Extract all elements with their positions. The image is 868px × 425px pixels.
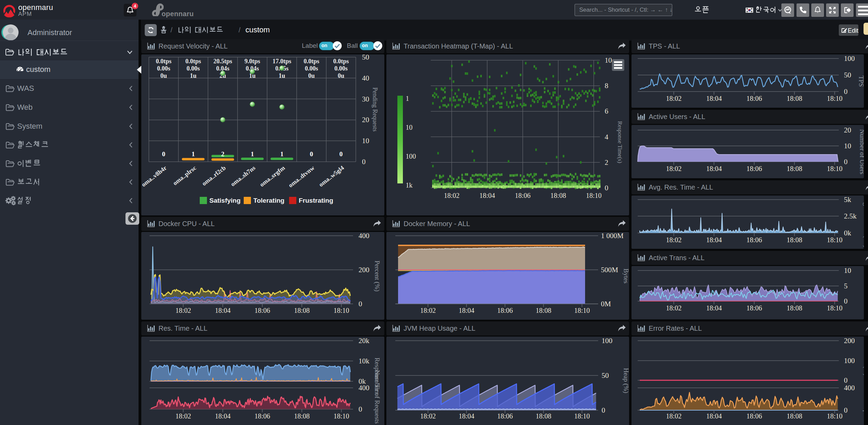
svg-text:0.00s: 0.00s: [187, 65, 200, 72]
svg-text:100: 100: [844, 357, 855, 365]
svg-text:oma..v8h4r: oma..v8h4r: [141, 164, 168, 188]
svg-text:1k: 1k: [406, 181, 413, 189]
svg-text:18:06: 18:06: [254, 412, 270, 420]
svg-text:100: 100: [602, 337, 613, 345]
svg-text:oma..rl2cb: oma..rl2cb: [201, 164, 227, 187]
svg-text:18:06: 18:06: [497, 307, 513, 314]
svg-text:oma..w5gl4: oma..w5gl4: [318, 164, 345, 188]
svg-text:18:06: 18:06: [746, 165, 762, 172]
svg-text:Error Rate(%): Error Rate(%): [862, 339, 864, 376]
svg-text:0: 0: [339, 150, 343, 158]
svg-text:200: 200: [359, 266, 370, 274]
svg-text:oma..plrsc: oma..plrsc: [172, 164, 197, 187]
svg-text:18:02: 18:02: [420, 412, 436, 420]
svg-text:0u: 0u: [338, 72, 344, 79]
svg-text:18:02: 18:02: [666, 165, 682, 172]
svg-text:18:06: 18:06: [746, 236, 762, 244]
svg-text:18:08: 18:08: [536, 307, 551, 314]
svg-text:0.0tps: 0.0tps: [333, 58, 349, 65]
svg-text:18:08: 18:08: [294, 307, 310, 314]
svg-text:18:10: 18:10: [827, 412, 843, 420]
svg-text:50: 50: [844, 71, 851, 79]
svg-text:r of Active Transactio: r of Active Transactio: [863, 266, 864, 319]
svg-text:0: 0: [310, 150, 313, 158]
svg-text:18:02: 18:02: [444, 192, 460, 199]
svg-text:10: 10: [605, 56, 612, 64]
svg-text:400: 400: [359, 384, 370, 392]
svg-text:2.5k: 2.5k: [844, 212, 857, 220]
svg-text:0.00s: 0.00s: [305, 65, 318, 72]
svg-text:0: 0: [844, 87, 848, 96]
svg-text:0: 0: [362, 158, 366, 166]
svg-text:0: 0: [359, 405, 362, 413]
svg-text:20: 20: [844, 126, 851, 134]
svg-text:1: 1: [406, 95, 409, 102]
svg-text:Bytes: Bytes: [623, 268, 629, 283]
svg-text:0: 0: [359, 300, 362, 308]
svg-text:18:04: 18:04: [706, 412, 722, 420]
svg-text:400: 400: [844, 384, 855, 392]
svg-text:oma..dtvnw: oma..dtvnw: [287, 164, 316, 189]
svg-text:Percent (%): Percent (%): [373, 261, 381, 291]
svg-text:50: 50: [602, 371, 609, 380]
svg-text:2: 2: [605, 158, 608, 167]
svg-text:18:04: 18:04: [706, 236, 722, 244]
svg-text:0: 0: [162, 150, 165, 158]
svg-text:18:04: 18:04: [706, 304, 722, 312]
svg-text:18:02: 18:02: [175, 307, 191, 314]
svg-text:TPS: TPS: [858, 76, 864, 87]
svg-text:0: 0: [605, 184, 608, 192]
svg-text:10k: 10k: [359, 357, 370, 365]
svg-text:1 000M: 1 000M: [601, 232, 624, 240]
svg-text:0: 0: [844, 376, 848, 384]
svg-text:0: 0: [602, 406, 605, 414]
svg-text:18:06: 18:06: [515, 192, 531, 199]
svg-text:18:06: 18:06: [497, 412, 513, 420]
svg-text:18:06: 18:06: [254, 307, 270, 314]
svg-text:0: 0: [844, 406, 848, 414]
svg-text:18:04: 18:04: [480, 192, 495, 199]
svg-text:Avg. Res. Time(ms): Avg. Res. Time(ms): [862, 195, 864, 247]
svg-text:1: 1: [191, 150, 195, 158]
svg-text:oma..sh7ns: oma..sh7ns: [229, 164, 256, 188]
svg-text:18:08: 18:08: [787, 412, 802, 420]
svg-text:18:02: 18:02: [420, 307, 436, 314]
svg-text:100: 100: [844, 54, 855, 63]
svg-text:0u: 0u: [308, 72, 315, 79]
svg-text:18:02: 18:02: [175, 412, 191, 420]
svg-text:0u: 0u: [160, 72, 167, 79]
svg-text:Frustrating: Frustrating: [299, 197, 333, 204]
svg-text:Errors/Requests: Errors/Requests: [863, 383, 864, 424]
svg-text:4: 4: [605, 133, 608, 141]
svg-text:oma..srgfm: oma..srgfm: [259, 164, 286, 188]
svg-text:10: 10: [406, 124, 413, 131]
svg-text:20.5tps: 20.5tps: [213, 58, 232, 65]
svg-text:18:06: 18:06: [746, 304, 762, 312]
svg-text:1u: 1u: [190, 72, 196, 79]
svg-text:0.00s: 0.00s: [334, 65, 348, 72]
svg-text:18:10: 18:10: [574, 412, 590, 420]
svg-text:5: 5: [844, 282, 848, 290]
svg-text:20: 20: [362, 116, 369, 124]
svg-text:1u: 1u: [278, 72, 285, 79]
svg-text:18:10: 18:10: [827, 304, 843, 312]
svg-text:0.0tps: 0.0tps: [304, 58, 319, 65]
svg-text:30: 30: [362, 95, 369, 103]
svg-text:18:10: 18:10: [827, 95, 843, 102]
svg-text:18:10: 18:10: [827, 165, 843, 172]
svg-text:Heap (%): Heap (%): [622, 368, 629, 393]
svg-text:Tolerating: Tolerating: [253, 197, 284, 204]
svg-text:20k: 20k: [359, 337, 370, 345]
svg-text:18:08: 18:08: [294, 412, 310, 420]
svg-text:18:08: 18:08: [536, 412, 551, 420]
svg-text:18:02: 18:02: [666, 304, 682, 312]
svg-text:2: 2: [221, 150, 224, 158]
svg-text:50: 50: [362, 54, 369, 61]
svg-text:200: 200: [844, 337, 855, 345]
svg-text:0k: 0k: [844, 229, 851, 237]
svg-text:10: 10: [844, 266, 851, 275]
svg-text:18:06: 18:06: [746, 95, 762, 102]
svg-text:0: 0: [844, 297, 848, 305]
svg-text:Number of Users: Number of Users: [859, 129, 864, 174]
svg-text:18:04: 18:04: [706, 165, 722, 172]
